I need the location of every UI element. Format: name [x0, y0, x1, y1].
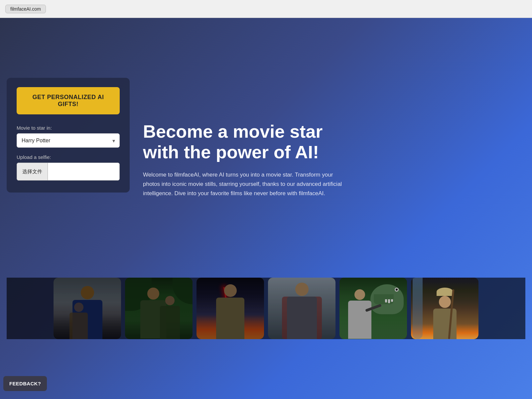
gallery-item [411, 278, 478, 339]
movie-select[interactable]: Harry Potter Star Wars Avengers Jurassic… [17, 133, 120, 148]
hero-description: Welcome to filmfaceAI, where AI turns yo… [143, 170, 349, 198]
cta-button[interactable]: GET PERSONALIZED AI GIFTS! [17, 87, 120, 114]
url-display: filmfaceAI.com [5, 5, 46, 13]
file-name-display [48, 163, 119, 180]
gallery-strip [7, 278, 525, 339]
hero-title: Become a movie star with the power of AI… [143, 121, 349, 162]
hero-section: Become a movie star with the power of AI… [143, 121, 349, 198]
browser-toolbar: filmfaceAI.com [0, 0, 532, 18]
main-content: GET PERSONALIZED AI GIFTS! Movie to star… [0, 18, 532, 399]
movie-label: Movie to star in: [17, 125, 120, 131]
movie-select-wrapper: Harry Potter Star Wars Avengers Jurassic… [17, 133, 120, 148]
left-panel: GET PERSONALIZED AI GIFTS! Movie to star… [7, 78, 130, 193]
upload-label: Upload a selfie: [17, 154, 120, 160]
choose-file-button[interactable]: 选择文件 [17, 163, 48, 180]
file-upload-row: 选择文件 [17, 163, 120, 181]
feedback-button[interactable]: FEEDBACK? [3, 376, 47, 391]
